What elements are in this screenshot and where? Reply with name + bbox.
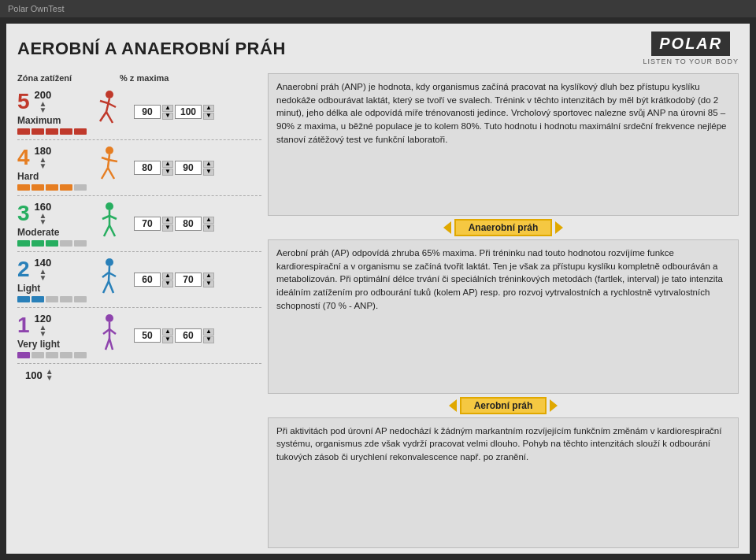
- spin-3-1-up[interactable]: ▲: [162, 217, 173, 224]
- spin-3-2-dn[interactable]: ▼: [203, 224, 214, 232]
- zone-number-1: 1: [17, 314, 30, 336]
- bar-4-1: [17, 184, 30, 191]
- spin-2-1-up[interactable]: ▲: [162, 273, 173, 280]
- content-grid: Zóna zatížení % z maxima 5 200 ▲▼: [17, 73, 739, 548]
- spin-5-1-up[interactable]: ▲: [162, 105, 173, 112]
- polar-logo-name: POLAR: [651, 32, 730, 56]
- anaerobni-badge: Anaerobní práh: [454, 219, 553, 236]
- bar-3-2: [32, 240, 44, 247]
- svg-line-26: [106, 339, 109, 350]
- zone-controls-4: ▲ ▼ ▲ ▼: [134, 161, 214, 176]
- zone-controls-3: ▲ ▼ ▲ ▼: [134, 217, 214, 232]
- svg-line-27: [109, 339, 113, 350]
- spin-1-1[interactable]: ▲ ▼: [162, 328, 173, 343]
- zone-arrows-2[interactable]: ▲▼: [39, 269, 46, 281]
- zone-controls-2: ▲ ▼ ▲ ▼: [134, 273, 214, 287]
- zone-number-2: 2: [17, 258, 30, 280]
- bar-3-1: [17, 240, 30, 247]
- zone-label-2: Light: [17, 283, 40, 294]
- spin-4-2-up[interactable]: ▲: [203, 161, 214, 168]
- zone-bpm-box-4: 180 ▲▼: [35, 145, 52, 169]
- zone-number-5: 5: [17, 91, 30, 113]
- figure-svg-5: [92, 90, 127, 134]
- spin-3-2-up[interactable]: ▲: [203, 217, 214, 224]
- svg-line-2: [100, 112, 106, 121]
- zone-arrows-4[interactable]: ▲▼: [39, 157, 46, 169]
- spin-1-1-dn[interactable]: ▼: [162, 336, 173, 343]
- zone-label-5: Maximum: [17, 115, 61, 126]
- bar-1-4: [60, 352, 72, 358]
- input-4-2[interactable]: [175, 161, 202, 175]
- spin-5-1-dn[interactable]: ▼: [162, 113, 173, 120]
- spin-2-2[interactable]: ▲ ▼: [203, 273, 214, 287]
- col-header-pct: % z maxima: [120, 73, 169, 83]
- zone-bars-1: [17, 352, 87, 358]
- svg-point-6: [106, 146, 113, 154]
- spin-3-1-dn[interactable]: ▼: [162, 224, 173, 232]
- anaerobni-triangle-right: [555, 221, 563, 234]
- zone-row-1: 1 120 ▲▼ Very light: [17, 310, 261, 362]
- main-area: AEROBNÍ A ANAEROBNÍ PRÁH POLAR LISTEN TO…: [6, 24, 750, 554]
- spin-4-1-up[interactable]: ▲: [162, 161, 173, 168]
- zone-controls-5: ▲ ▼ ▲ ▼: [134, 105, 214, 120]
- svg-line-3: [106, 112, 113, 123]
- spin-5-1[interactable]: ▲ ▼: [162, 105, 173, 120]
- zone-bars-4: [17, 184, 87, 191]
- bar-4-3: [46, 184, 58, 191]
- input-3-1[interactable]: [134, 217, 161, 231]
- svg-point-18: [106, 258, 113, 266]
- input-2-2[interactable]: [175, 273, 202, 287]
- bar-5-5: [74, 128, 87, 135]
- input-1-1[interactable]: [134, 328, 161, 343]
- bottom-bpm-arrows[interactable]: ▲▼: [46, 369, 54, 381]
- zone-bpm-box-5: 200 ▲▼: [35, 89, 52, 113]
- spin-1-2-dn[interactable]: ▼: [203, 336, 214, 343]
- zone-arrows-3[interactable]: ▲▼: [39, 213, 46, 225]
- svg-line-9: [108, 168, 114, 179]
- zone-label-1: Very light: [17, 339, 60, 350]
- spin-2-1-dn[interactable]: ▼: [162, 280, 173, 287]
- spin-5-2-dn[interactable]: ▼: [203, 113, 214, 120]
- bar-2-1: [17, 296, 30, 302]
- divider-3-2: [17, 251, 261, 252]
- spin-5-2[interactable]: ▲ ▼: [203, 105, 214, 120]
- spin-1-2-up[interactable]: ▲: [203, 328, 214, 336]
- spin-4-1-dn[interactable]: ▼: [162, 169, 173, 176]
- zone-number-block-5: 5 200 ▲▼: [17, 89, 51, 113]
- zone-figure-3: [88, 202, 131, 246]
- spin-4-2-dn[interactable]: ▼: [203, 169, 214, 176]
- zone-bpm-box-1: 120 ▲▼: [35, 313, 52, 337]
- spin-4-1[interactable]: ▲ ▼: [162, 161, 173, 176]
- spin-3-2[interactable]: ▲ ▼: [203, 217, 214, 232]
- zone-rows: 5 200 ▲▼ Maximum: [17, 86, 261, 381]
- input-5-2[interactable]: [175, 105, 202, 119]
- spin-4-2[interactable]: ▲ ▼: [203, 161, 214, 176]
- spin-1-1-up[interactable]: ▲: [162, 328, 173, 336]
- input-4-1[interactable]: [134, 161, 161, 175]
- input-3-2[interactable]: [175, 217, 202, 231]
- zone-arrows-1[interactable]: ▲▼: [39, 325, 46, 337]
- spin-1-2[interactable]: ▲ ▼: [203, 328, 214, 343]
- spin-3-1[interactable]: ▲ ▼: [162, 217, 173, 232]
- figure-svg-4: [92, 146, 127, 190]
- spin-5-2-up[interactable]: ▲: [203, 105, 214, 112]
- input-1-2[interactable]: [175, 328, 202, 343]
- spin-2-2-dn[interactable]: ▼: [203, 280, 214, 287]
- svg-line-20: [103, 281, 109, 293]
- zone-arrows-5[interactable]: ▲▼: [39, 101, 46, 113]
- spin-2-2-up[interactable]: ▲: [203, 273, 214, 280]
- input-5-1[interactable]: [134, 105, 161, 119]
- svg-point-24: [106, 314, 113, 322]
- input-2-1[interactable]: [134, 273, 161, 287]
- bar-4-5: [74, 184, 87, 191]
- divider-2-1: [17, 307, 261, 308]
- svg-line-16: [102, 216, 109, 219]
- bar-2-5: [74, 296, 87, 302]
- control-row-1-1: ▲ ▼ ▲ ▼: [134, 328, 214, 343]
- zone-info-5: 5 200 ▲▼ Maximum: [17, 89, 88, 135]
- control-row-2-1: ▲ ▼ ▲ ▼: [134, 273, 214, 287]
- spin-2-1[interactable]: ▲ ▼: [162, 273, 173, 287]
- polar-logo: POLAR LISTEN TO YOUR BODY: [643, 32, 739, 65]
- figure-svg-3: [92, 202, 127, 246]
- zone-info-3: 3 160 ▲▼ Moderate: [17, 201, 88, 247]
